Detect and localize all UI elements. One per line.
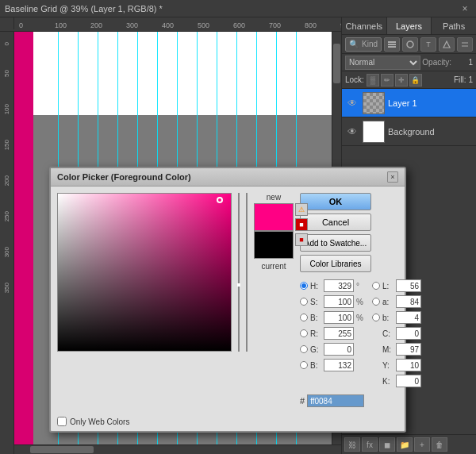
mode-row: Normal Multiply Screen Opacity: 1 bbox=[342, 54, 476, 71]
l-row: L: bbox=[372, 279, 421, 293]
ruler-left: 0 50 100 150 200 250 300 bbox=[0, 32, 14, 454]
dialog-close-button[interactable]: × bbox=[387, 171, 398, 183]
tab-paths[interactable]: Paths bbox=[432, 17, 476, 34]
c-input[interactable] bbox=[396, 327, 421, 340]
background-visibility[interactable]: 👁 bbox=[345, 125, 359, 139]
hex-input[interactable] bbox=[307, 394, 364, 407]
new-group-btn[interactable]: 📁 bbox=[397, 437, 413, 452]
m-label: M: bbox=[382, 345, 393, 354]
color-preview-area: new ⚠ ■ ■ current bbox=[254, 193, 294, 407]
filter-smart-btn[interactable] bbox=[457, 37, 473, 52]
link-layers-btn[interactable]: ⛓ bbox=[344, 437, 360, 452]
h-row: H: ° bbox=[300, 279, 366, 293]
s-input[interactable] bbox=[324, 295, 354, 308]
lock-all-btn[interactable]: 🔒 bbox=[409, 74, 422, 87]
h-label: H: bbox=[310, 282, 321, 290]
a-row: a: bbox=[372, 294, 421, 309]
y-label: Y: bbox=[382, 361, 393, 370]
l-radio[interactable] bbox=[372, 282, 380, 290]
lab-cmyk-col: L: a: b: C: bbox=[372, 279, 421, 388]
m-row: M: bbox=[372, 342, 421, 356]
layer1-visibility[interactable]: 👁 bbox=[345, 96, 359, 110]
a-input[interactable] bbox=[396, 295, 421, 308]
add-style-btn[interactable]: fx bbox=[362, 437, 378, 452]
k-label: K: bbox=[382, 377, 393, 386]
l-input[interactable] bbox=[396, 279, 421, 292]
a-label: a: bbox=[382, 298, 393, 306]
new-layer-btn[interactable]: + bbox=[414, 437, 430, 452]
gradient-base bbox=[58, 194, 231, 351]
close-button[interactable]: × bbox=[459, 3, 471, 14]
web-colors-checkbox[interactable] bbox=[57, 417, 67, 426]
color-gradient-picker[interactable] bbox=[57, 193, 232, 352]
horizontal-scrollbar[interactable] bbox=[14, 444, 341, 454]
s-label: S: bbox=[310, 298, 321, 306]
alpha-slider[interactable] bbox=[246, 193, 248, 352]
add-mask-btn[interactable]: ◼ bbox=[379, 437, 395, 452]
filter-shape-btn[interactable] bbox=[439, 37, 455, 52]
s-radio[interactable] bbox=[300, 298, 308, 306]
dialog-titlebar: Color Picker (Foreground Color) × bbox=[51, 168, 405, 187]
cancel-button[interactable]: Cancel bbox=[300, 214, 371, 231]
r-input[interactable] bbox=[324, 327, 354, 340]
b-input[interactable] bbox=[324, 311, 354, 324]
g-input[interactable] bbox=[324, 343, 354, 356]
k-row: K: bbox=[372, 374, 421, 388]
s-row: S: % bbox=[300, 294, 366, 309]
layer-item-layer1[interactable]: 👁 Layer 1 bbox=[342, 89, 476, 117]
new-color-swatch[interactable] bbox=[254, 203, 294, 231]
b3-input[interactable] bbox=[396, 311, 421, 324]
b-radio[interactable] bbox=[300, 314, 308, 321]
color-libraries-button[interactable]: Color Libraries bbox=[300, 255, 371, 272]
scrollbar-thumb-h[interactable] bbox=[30, 446, 94, 453]
layer1-thumbnail bbox=[363, 92, 385, 114]
b-row: B: % bbox=[300, 310, 366, 325]
layer-item-background[interactable]: 👁 Background bbox=[342, 117, 476, 146]
ruler-mark-100: 100 bbox=[53, 21, 89, 29]
scrollbar-thumb-v[interactable] bbox=[333, 44, 340, 83]
blend-mode-select[interactable]: Normal Multiply Screen bbox=[345, 56, 420, 70]
layer-search[interactable]: 🔍 Kind bbox=[345, 37, 382, 52]
h-input[interactable] bbox=[324, 279, 354, 292]
h-unit: ° bbox=[356, 282, 366, 290]
filter-text-btn[interactable]: T bbox=[420, 37, 436, 52]
ruler-mark-600: 600 bbox=[232, 21, 267, 29]
r-radio[interactable] bbox=[300, 329, 308, 337]
tab-layers[interactable]: Layers bbox=[387, 17, 432, 34]
a-radio[interactable] bbox=[372, 298, 380, 306]
k-input[interactable] bbox=[396, 375, 421, 387]
current-color-swatch[interactable] bbox=[254, 231, 294, 259]
b-label: B: bbox=[310, 314, 321, 322]
lock-position-btn[interactable]: ✛ bbox=[395, 74, 408, 87]
web-colors-row: Only Web Colors bbox=[51, 417, 405, 431]
panel-tabs: Channels Layers Paths bbox=[342, 17, 476, 35]
b3-radio[interactable] bbox=[372, 314, 380, 321]
web-icon: ■ bbox=[295, 218, 308, 231]
r-row: R: bbox=[300, 326, 366, 340]
y-input[interactable] bbox=[396, 359, 421, 371]
lock-pixels-btn[interactable]: ✏ bbox=[381, 74, 393, 87]
color-swatches: ⚠ ■ ■ bbox=[254, 203, 294, 259]
b2-input[interactable] bbox=[324, 359, 354, 371]
eye-icon-bg: 👁 bbox=[347, 126, 357, 137]
add-swatch-button[interactable]: Add to Swatche... bbox=[300, 234, 371, 252]
dialog-title: Color Picker (Foreground Color) bbox=[57, 172, 191, 182]
tab-channels[interactable]: Channels bbox=[342, 17, 387, 34]
new-label: new bbox=[267, 193, 281, 202]
ruler-mark-300: 300 bbox=[125, 21, 160, 29]
ok-button[interactable]: OK bbox=[300, 193, 371, 210]
lock-transparency-btn[interactable]: ▒ bbox=[367, 74, 379, 87]
layers-toolbar: 🔍 Kind T bbox=[342, 35, 476, 54]
h-radio[interactable] bbox=[300, 282, 308, 290]
b3-row: b: bbox=[372, 310, 421, 325]
eye-icon: 👁 bbox=[347, 98, 357, 109]
dialog-buttons: OK Cancel Add to Swatche... Color Librar… bbox=[300, 193, 421, 272]
g-radio[interactable] bbox=[300, 345, 308, 353]
delete-layer-btn[interactable]: 🗑 bbox=[432, 437, 447, 452]
b2-radio[interactable] bbox=[300, 361, 308, 369]
m-input[interactable] bbox=[396, 343, 421, 356]
filter-type-btn[interactable] bbox=[384, 37, 400, 52]
hue-slider[interactable] bbox=[238, 193, 240, 352]
filter-attr-btn[interactable] bbox=[402, 37, 418, 52]
opacity-label: Opacity: bbox=[422, 58, 451, 67]
